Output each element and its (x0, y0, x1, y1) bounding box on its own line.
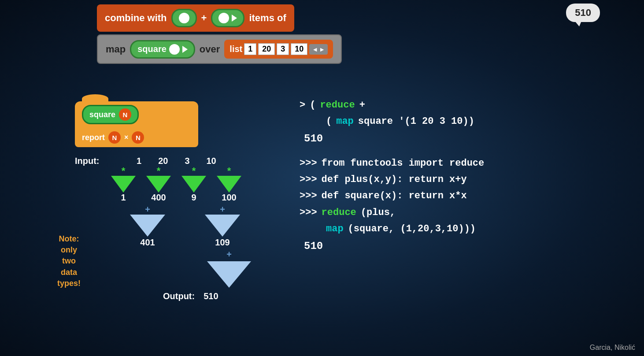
white-circle-2 (218, 13, 229, 23)
reduce-keyword-2: reduce (322, 204, 356, 221)
map-keyword-1: map (336, 113, 354, 130)
sum-val-2: 109 (215, 237, 229, 248)
n-variable-circle: N (119, 108, 131, 121)
input-val-1: 1 (137, 156, 141, 166)
map-block-row: map square over list 1 20 3 10 ◄ ► (97, 34, 559, 64)
operand-2-pill[interactable] (211, 9, 244, 27)
right-arrow-icon: ► (319, 46, 325, 53)
output-val-2: 400 (151, 193, 166, 203)
left-visual-section: square N report N × N Input: 1 20 3 10 *… (75, 101, 295, 301)
combine-text: combine with (105, 12, 167, 24)
snap-body-block: report N × N (75, 128, 198, 147)
attribution: Garcia, Nikolić (590, 344, 635, 352)
result-line-2: 510 (300, 237, 634, 256)
plus-blue-2: + (220, 204, 225, 215)
times-symbol: × (124, 134, 128, 141)
code-section: > ( reduce + ( map square '(1 20 3 10)) … (300, 97, 634, 255)
left-arrow-icon: ◄ (312, 46, 318, 53)
code-line-5: >>> def square(x): return x*x (300, 188, 634, 204)
arrow-col-2: * 400 (141, 166, 176, 203)
combine-block: combine with + items of (97, 4, 294, 32)
snap-hat-block: square N (75, 101, 198, 128)
arrow-col-3: * 9 (176, 166, 211, 203)
output-label: Output: (163, 291, 195, 301)
square-text: square (137, 44, 167, 54)
list-text: list (229, 44, 242, 54)
list-block: list 1 20 3 10 ◄ ► (224, 40, 333, 59)
square-function-pill[interactable]: square N (82, 105, 139, 124)
output-val-1: 1 (121, 193, 126, 203)
line3-text: from functools import reduce (322, 155, 485, 171)
sum-val-1: 401 (140, 237, 155, 248)
input-values-row: 1 20 3 10 (137, 156, 216, 166)
star-3: * (192, 166, 196, 176)
code-line-6: >>> reduce (plus, (300, 204, 634, 221)
nav-arrows[interactable]: ◄ ► (309, 44, 328, 55)
code-line-3: >>> from functools import reduce (300, 155, 634, 171)
white-circle-3 (169, 44, 180, 55)
prompt-3: >>> (300, 155, 317, 171)
green-arrow-3 (181, 176, 206, 193)
star-1: * (122, 166, 126, 176)
items-of-text: items of (249, 12, 286, 24)
n1-variable-circle: N (108, 131, 121, 144)
code-line-2: ( map square '(1 20 3 10)) (300, 113, 634, 130)
plus-blue-1: + (145, 204, 150, 215)
final-blue-arrow (207, 261, 251, 288)
reduce-keyword-1: reduce (320, 97, 355, 113)
square-pill[interactable]: square (130, 40, 195, 59)
plus-operator: + (201, 12, 207, 24)
line6-rest: (plus, (361, 204, 396, 221)
map-keyword-2: map (326, 221, 344, 237)
list-value-1: 1 (244, 43, 256, 55)
arrow-right-icon (232, 15, 237, 22)
input-label: Input: (75, 156, 106, 166)
line4-text: def plus(x,y): return x+y (322, 171, 467, 188)
map-rest-1: square '(1 20 3 10)) (358, 113, 474, 130)
white-circle-1 (179, 13, 189, 23)
output-row: Output: 510 (163, 291, 295, 301)
final-arrow-row: + (163, 249, 295, 288)
list-value-4: 10 (291, 43, 307, 55)
green-arrow-1 (111, 176, 136, 193)
arrow-right-icon-2 (182, 46, 188, 53)
code-line-4: >>> def plus(x,y): return x+y (300, 171, 634, 188)
note-text: Note: only two data types! (57, 234, 81, 289)
input-val-3: 3 (185, 156, 189, 166)
blue-arrow-col-2: + 109 (203, 204, 242, 248)
code-display: > ( reduce + ( map square '(1 20 3 10)) … (300, 97, 634, 255)
result-2: 510 (304, 237, 323, 256)
star-2: * (157, 166, 161, 176)
paren-open-2: ( (326, 113, 332, 130)
paren-open-1: ( (310, 97, 315, 113)
result-line-1: 510 (300, 130, 634, 148)
output-val-3: 9 (191, 193, 196, 203)
map-gray-block: map square over list 1 20 3 10 ◄ ► (97, 34, 342, 64)
blue-arrow-col-1: + 401 (128, 204, 167, 248)
output-val-4: 100 (222, 193, 236, 203)
code-line-1: > ( reduce + (300, 97, 634, 113)
output-value: 510 (204, 291, 218, 301)
snap-blocks: square N report N × N (75, 101, 295, 147)
reduce-arrows-row: + 401 + 109 (128, 204, 295, 248)
green-arrow-4 (217, 176, 241, 193)
star-4: * (227, 166, 231, 176)
combine-block-row: combine with + items of (97, 4, 559, 32)
result-1: 510 (304, 130, 323, 148)
input-val-4: 10 (207, 156, 216, 166)
operand-1-pill[interactable] (171, 9, 197, 27)
green-arrow-2 (146, 176, 171, 193)
prompt-5: >>> (300, 188, 317, 204)
map-text: map (106, 44, 126, 55)
map-arrows-section: * 1 * 400 * 9 * 100 (106, 166, 295, 203)
prompt-6: >>> (300, 204, 317, 221)
n2-variable-circle: N (132, 131, 144, 144)
list-value-2: 20 (258, 43, 275, 55)
speech-bubble: 510 (566, 4, 600, 22)
arrow-col-1: * 1 (106, 166, 141, 203)
blue-arrow-2 (205, 215, 240, 237)
code-line-7: map (square, (1,20,3,10))) (300, 221, 634, 237)
arrow-col-4: * 100 (211, 166, 247, 203)
line5-text: def square(x): return x*x (322, 188, 467, 204)
top-blocks-section: combine with + items of map square over … (97, 4, 559, 67)
